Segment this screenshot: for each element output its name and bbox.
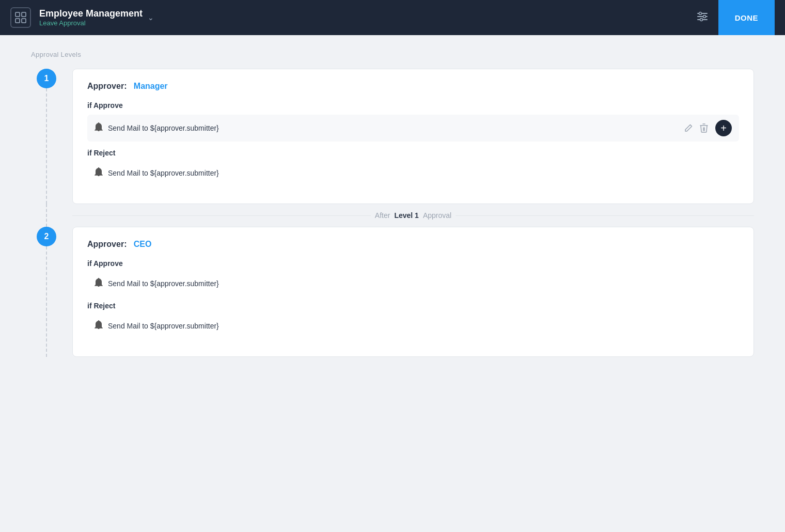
- divider-timeline: [31, 204, 62, 227]
- if-reject-label-2: if Reject: [87, 302, 739, 310]
- if-reject-label-1: if Reject: [87, 149, 739, 157]
- level-1-wrapper: 1 Approver: Manager if Approve Send Mail…: [31, 69, 754, 204]
- approver-role-1: Manager: [134, 82, 168, 90]
- if-approve-label-1: if Approve: [87, 101, 739, 109]
- reject-action-text-2: Send Mail to ${approver.submitter}: [108, 322, 732, 330]
- action-icons-1: +: [684, 120, 732, 136]
- divider-after: Approval: [423, 211, 451, 220]
- approve-action-row-1: Send Mail to ${approver.submitter} +: [87, 115, 739, 142]
- divider-wrapper: After Level 1 Approval: [31, 204, 754, 227]
- bell-icon-1a: [95, 122, 103, 134]
- app-icon: [10, 7, 31, 28]
- reject-action-row-1: Send Mail to ${approver.submitter}: [87, 162, 739, 184]
- approver-prefix-2: Approver:: [87, 240, 127, 248]
- level-2-card: Approver: CEO if Approve Send Mail to ${…: [72, 227, 754, 357]
- bell-icon-2a: [95, 278, 103, 289]
- bell-icon-2b: [95, 320, 103, 332]
- chevron-down-icon[interactable]: ⌄: [148, 13, 154, 22]
- divider-level: Level 1: [394, 211, 418, 220]
- reject-action-row-2: Send Mail to ${approver.submitter}: [87, 315, 739, 337]
- filter-icon[interactable]: [686, 11, 718, 24]
- svg-point-9: [700, 18, 702, 21]
- reject-action-text-1: Send Mail to ${approver.submitter}: [108, 169, 732, 177]
- section-divider: After Level 1 Approval: [72, 204, 754, 227]
- svg-point-7: [699, 12, 701, 14]
- svg-point-8: [703, 15, 705, 18]
- bell-icon-1b: [95, 167, 103, 179]
- add-button-1[interactable]: +: [715, 120, 732, 136]
- approve-action-text-1: Send Mail to ${approver.submitter}: [108, 124, 684, 132]
- main-content: Approval Levels 1 Approver: Manager if A…: [0, 35, 785, 372]
- approve-action-row-2: Send Mail to ${approver.submitter}: [87, 273, 739, 294]
- header-sub-title: Leave Approval: [39, 19, 143, 27]
- app-header: Employee Management Leave Approval ⌄ DON…: [0, 0, 785, 35]
- svg-rect-1: [22, 12, 26, 17]
- header-title-group: Employee Management Leave Approval: [39, 8, 143, 27]
- level-2-approver-header: Approver: CEO: [87, 240, 739, 249]
- section-label: Approval Levels: [31, 51, 754, 58]
- level-2-timeline: 2: [31, 227, 62, 357]
- level-1-badge: 1: [37, 69, 56, 88]
- approver-role-2: CEO: [134, 240, 152, 248]
- level-2-badge: 2: [37, 227, 56, 246]
- level-1-timeline: 1: [31, 69, 62, 204]
- level-1-card: Approver: Manager if Approve Send Mail t…: [72, 69, 754, 204]
- if-approve-label-2: if Approve: [87, 259, 739, 268]
- divider-line-right: [456, 215, 754, 216]
- svg-rect-3: [22, 19, 26, 23]
- divider-line-left: [72, 215, 371, 216]
- svg-rect-0: [15, 12, 20, 17]
- header-right: DONE: [686, 0, 775, 35]
- edit-button-1[interactable]: [684, 124, 693, 132]
- svg-rect-2: [15, 19, 20, 23]
- level-1-approver-header: Approver: Manager: [87, 82, 739, 91]
- done-button[interactable]: DONE: [718, 0, 775, 35]
- level-2-wrapper: 2 Approver: CEO if Approve Send Mail to …: [31, 227, 754, 357]
- approver-prefix-1: Approver:: [87, 82, 127, 90]
- approve-action-text-2: Send Mail to ${approver.submitter}: [108, 279, 732, 288]
- header-main-title: Employee Management: [39, 8, 143, 19]
- delete-button-1[interactable]: [700, 123, 708, 133]
- divider-before: After: [375, 211, 390, 220]
